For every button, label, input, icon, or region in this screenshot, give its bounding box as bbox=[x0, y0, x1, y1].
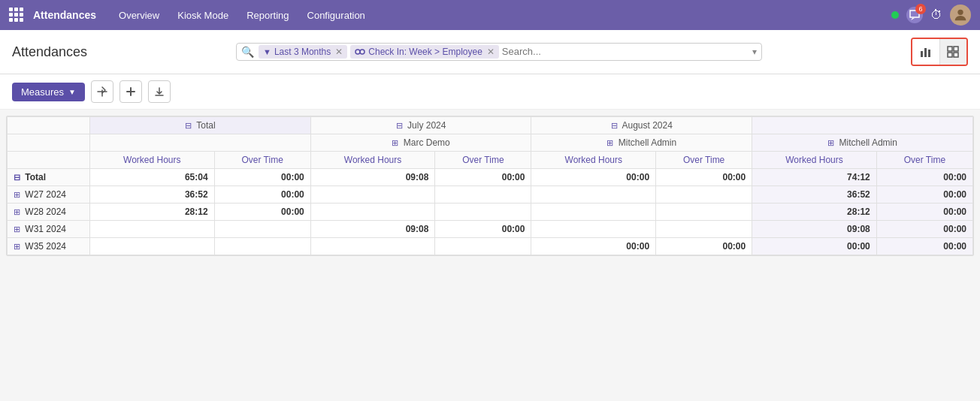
w27-ot-marc bbox=[435, 186, 531, 204]
ot-mitchell-aug-header: Over Time bbox=[656, 152, 752, 169]
w31-ot-marc: 00:00 bbox=[435, 221, 531, 238]
w28-wh-grand: 28:12 bbox=[752, 204, 877, 221]
svg-point-2 bbox=[360, 50, 364, 54]
search-input[interactable] bbox=[502, 46, 752, 57]
w35-row: ⊞ W35 2024 00:00 00:00 00:00 00:00 bbox=[8, 238, 973, 255]
w28-row: ⊞ W28 2024 28:12 00:00 28:12 00:00 bbox=[8, 204, 973, 221]
ot-grand-header: Over Time bbox=[876, 152, 972, 169]
mitchell-aug-label: Mitchell Admin bbox=[619, 137, 676, 148]
marc-demo-header: ⊞ Marc Demo bbox=[310, 134, 531, 152]
pivot-table: ⊟ Total ⊟ July 2024 ⊟ August 2024 bbox=[7, 116, 973, 255]
filter-group-remove[interactable]: ✕ bbox=[487, 47, 495, 57]
july-col-label: July 2024 bbox=[407, 120, 446, 131]
app-name[interactable]: Attendances bbox=[33, 9, 96, 21]
w31-ot-grand: 00:00 bbox=[876, 221, 972, 238]
wh-marc-header: Worked Hours bbox=[310, 152, 435, 169]
w27-wh-marc bbox=[310, 186, 435, 204]
w31-ot-mitchell-aug bbox=[656, 221, 752, 238]
messages-badge[interactable]: 6 bbox=[906, 7, 923, 23]
w31-expand-icon[interactable]: ⊞ bbox=[14, 225, 20, 234]
total-wh-marc: 09:08 bbox=[310, 169, 435, 186]
measure-header-row: Worked Hours Over Time Worked Hours Over… bbox=[8, 152, 973, 169]
user-avatar[interactable] bbox=[950, 5, 971, 26]
w31-wh-mitchell-aug bbox=[531, 221, 656, 238]
pivot-table-view-button[interactable] bbox=[939, 39, 966, 65]
status-dot bbox=[891, 11, 899, 19]
total-row-label: ⊟ Total bbox=[8, 169, 90, 186]
page-header: Attendances 🔍 ▼ Last 3 Months ✕ Check In… bbox=[0, 30, 980, 74]
toolbar: Measures ▼ bbox=[0, 74, 980, 110]
w31-row-label: ⊞ W31 2024 bbox=[8, 221, 90, 238]
bar-chart-view-button[interactable] bbox=[912, 39, 939, 65]
download-button[interactable] bbox=[148, 80, 171, 103]
total-col-label: Total bbox=[196, 120, 215, 131]
w31-wh-total bbox=[90, 221, 215, 238]
nav-reporting[interactable]: Reporting bbox=[239, 10, 296, 21]
app-menu-icon[interactable] bbox=[9, 8, 24, 23]
measures-button[interactable]: Measures ▼ bbox=[12, 83, 85, 101]
add-button[interactable] bbox=[119, 80, 142, 103]
ot-marc-header: Over Time bbox=[435, 152, 531, 169]
w27-ot-total: 00:00 bbox=[214, 186, 310, 204]
mitchell-grand-expand-icon[interactable]: ⊞ bbox=[827, 138, 834, 147]
total-col-header: ⊟ Total bbox=[90, 117, 311, 134]
total-row-collapse-icon[interactable]: ⊟ bbox=[14, 173, 20, 182]
svg-rect-8 bbox=[948, 53, 952, 57]
w31-ot-total bbox=[214, 221, 310, 238]
svg-rect-5 bbox=[928, 50, 930, 57]
svg-point-1 bbox=[355, 50, 360, 54]
filter-date-remove[interactable]: ✕ bbox=[335, 47, 343, 57]
august-collapse-icon[interactable]: ⊟ bbox=[611, 121, 618, 130]
flip-axis-button[interactable] bbox=[91, 80, 113, 103]
top-navigation: Attendances Overview Kiosk Mode Reportin… bbox=[0, 0, 980, 30]
filter-tag-group[interactable]: Check In: Week > Employee ✕ bbox=[350, 45, 499, 59]
mitchell-grand-header: ⊞ Mitchell Admin bbox=[752, 134, 973, 152]
ot-total-header: Over Time bbox=[214, 152, 310, 169]
total-ot-marc: 00:00 bbox=[435, 169, 531, 186]
w28-expand-icon[interactable]: ⊞ bbox=[14, 207, 20, 216]
filter-group-icon bbox=[355, 47, 365, 58]
w27-expand-icon[interactable]: ⊞ bbox=[14, 190, 20, 199]
svg-rect-3 bbox=[921, 51, 923, 57]
w35-row-label: ⊞ W35 2024 bbox=[8, 238, 90, 255]
employee-header-row: ⊞ Marc Demo ⊞ Mitchell Admin ⊞ Mitchell … bbox=[8, 134, 973, 152]
filter-tag-date-label: Last 3 Months bbox=[274, 47, 331, 57]
w28-wh-marc bbox=[310, 204, 435, 221]
nav-kiosk-mode[interactable]: Kiosk Mode bbox=[170, 10, 236, 21]
july-collapse-icon[interactable]: ⊟ bbox=[396, 121, 403, 130]
clock-icon[interactable]: ⏱ bbox=[930, 8, 942, 22]
w27-wh-total: 36:52 bbox=[90, 186, 215, 204]
w28-ot-grand: 00:00 bbox=[876, 204, 972, 221]
total-ot-total: 00:00 bbox=[214, 169, 310, 186]
w35-expand-icon[interactable]: ⊞ bbox=[14, 242, 20, 251]
w28-ot-total: 00:00 bbox=[214, 204, 310, 221]
total-collapse-icon[interactable]: ⊟ bbox=[185, 121, 192, 130]
pivot-table-container: ⊟ Total ⊟ July 2024 ⊟ August 2024 bbox=[6, 116, 974, 256]
w28-ot-marc bbox=[435, 204, 531, 221]
total-wh-grand: 74:12 bbox=[752, 169, 877, 186]
total-wh-mitchell-aug: 00:00 bbox=[531, 169, 656, 186]
search-dropdown-icon[interactable]: ▾ bbox=[752, 47, 757, 57]
w28-ot-mitchell-aug bbox=[656, 204, 752, 221]
nav-configuration[interactable]: Configuration bbox=[300, 10, 373, 21]
nav-overview[interactable]: Overview bbox=[111, 10, 167, 21]
july-col-header: ⊟ July 2024 bbox=[310, 117, 531, 134]
messages-count: 6 bbox=[915, 4, 926, 14]
svg-point-0 bbox=[957, 10, 963, 15]
marc-expand-icon[interactable]: ⊞ bbox=[392, 138, 398, 147]
w35-ot-mitchell-aug: 00:00 bbox=[656, 238, 752, 255]
w35-ot-marc bbox=[435, 238, 531, 255]
mitchell-aug-expand-icon[interactable]: ⊞ bbox=[606, 138, 613, 147]
svg-rect-6 bbox=[948, 47, 952, 51]
svg-rect-7 bbox=[954, 47, 958, 51]
filter-tag-group-label: Check In: Week > Employee bbox=[368, 47, 482, 57]
search-bar[interactable]: 🔍 ▼ Last 3 Months ✕ Check In: Week > Emp… bbox=[236, 43, 762, 62]
employee-corner bbox=[8, 134, 90, 152]
filter-tag-date[interactable]: ▼ Last 3 Months ✕ bbox=[259, 45, 347, 59]
w27-row: ⊞ W27 2024 36:52 00:00 36:52 00:00 bbox=[8, 186, 973, 204]
w35-wh-grand: 00:00 bbox=[752, 238, 877, 255]
w28-row-label: ⊞ W28 2024 bbox=[8, 204, 90, 221]
corner-cell bbox=[8, 117, 90, 134]
wh-grand-header: Worked Hours bbox=[752, 152, 877, 169]
w27-wh-grand: 36:52 bbox=[752, 186, 877, 204]
